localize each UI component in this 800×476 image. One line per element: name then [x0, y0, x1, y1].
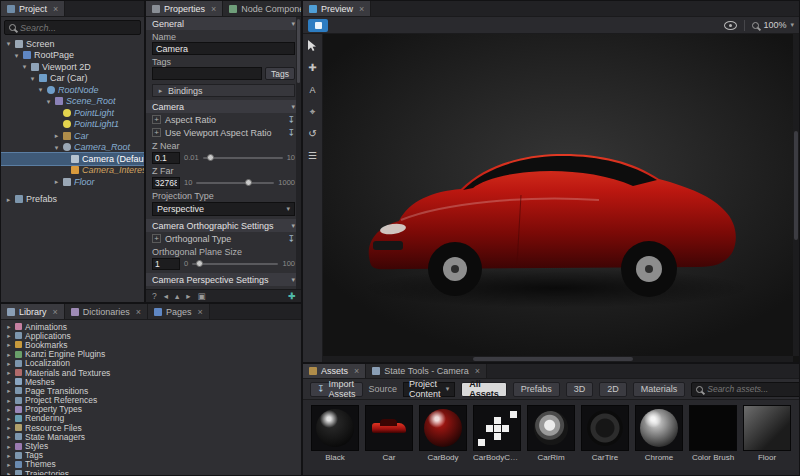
expander-icon[interactable]: [6, 360, 12, 367]
help-icon[interactable]: ?: [152, 291, 157, 301]
project-search-input[interactable]: [20, 23, 136, 33]
asset-item-cartire[interactable]: CarTire: [581, 405, 629, 473]
expander-icon[interactable]: [29, 75, 36, 82]
close-icon[interactable]: [211, 4, 216, 14]
tree-item-floor[interactable]: Floor: [1, 176, 144, 188]
expander-icon[interactable]: [6, 415, 12, 422]
prev-icon[interactable]: ◂: [164, 291, 168, 301]
expander-icon[interactable]: [13, 52, 20, 59]
properties-scrollbar[interactable]: [296, 17, 301, 289]
expander-icon[interactable]: [6, 397, 12, 404]
tree-item-pointlight1[interactable]: PointLight1: [1, 119, 144, 131]
tree-item-camera-default[interactable]: Camera (Default): [1, 153, 144, 165]
rotate-tool-icon[interactable]: ↺: [306, 127, 320, 140]
asset-item-carbodycubemap[interactable]: CarBodyCubema...: [473, 405, 521, 473]
expander-icon[interactable]: [6, 470, 12, 475]
tab-library[interactable]: Library: [1, 304, 65, 319]
tree-item-car-node[interactable]: Car: [1, 130, 144, 142]
select-tool-icon[interactable]: [306, 39, 320, 52]
close-icon[interactable]: [53, 4, 58, 14]
text-tool-icon[interactable]: A: [306, 83, 320, 96]
tab-dictionaries[interactable]: Dictionaries: [65, 304, 148, 319]
expander-icon[interactable]: [6, 323, 12, 330]
preview-horizontal-scrollbar[interactable]: [323, 356, 793, 362]
camera-section-header[interactable]: Camera: [146, 100, 301, 113]
tree-item-screen[interactable]: Screen: [1, 38, 144, 50]
source-select[interactable]: Project Content: [403, 382, 455, 397]
expander-icon[interactable]: [6, 424, 12, 431]
add-property-button[interactable]: ✚: [288, 291, 295, 301]
expander-icon[interactable]: [45, 98, 52, 105]
filter-prefabs[interactable]: Prefabs: [513, 382, 560, 397]
add-property-icon[interactable]: [152, 128, 161, 137]
scrollbar-thumb[interactable]: [473, 357, 633, 361]
close-icon[interactable]: [354, 366, 359, 376]
close-icon[interactable]: [359, 4, 364, 14]
asset-item-car[interactable]: Car: [365, 405, 413, 473]
asset-item-floor[interactable]: Floor: [743, 405, 791, 473]
import-assets-button[interactable]: Import Assets: [310, 382, 363, 397]
asset-item-carbody[interactable]: CarBody: [419, 405, 467, 473]
tree-item-pointlight[interactable]: PointLight: [1, 107, 144, 119]
close-icon[interactable]: [198, 307, 203, 317]
up-icon[interactable]: ▴: [175, 291, 179, 301]
picker-tool-icon[interactable]: ⌖: [306, 105, 320, 118]
expander-icon[interactable]: [6, 452, 12, 459]
expander-icon[interactable]: [6, 443, 12, 450]
scrollbar-thumb[interactable]: [297, 19, 300, 83]
slider-handle[interactable]: [207, 154, 214, 161]
expander-icon[interactable]: [53, 132, 60, 139]
filter-all-assets[interactable]: All Assets: [461, 382, 507, 397]
slider-handle[interactable]: [245, 179, 252, 186]
pin-icon[interactable]: ▣: [198, 291, 206, 301]
expander-icon[interactable]: [6, 378, 12, 385]
tree-item-scene-root[interactable]: Scene_Root: [1, 96, 144, 108]
tags-button[interactable]: Tags: [265, 67, 295, 80]
tree-item-viewport2d[interactable]: Viewport 2D: [1, 61, 144, 73]
assets-search-input[interactable]: [707, 384, 800, 394]
asset-item-chrome[interactable]: Chrome: [635, 405, 683, 473]
add-property-icon[interactable]: [152, 234, 161, 243]
tab-assets[interactable]: Assets: [303, 364, 366, 378]
z-far-slider[interactable]: [196, 182, 274, 184]
tree-item-car-prefab[interactable]: Car (Car): [1, 73, 144, 85]
library-item-trajectories[interactable]: Trajectories: [1, 469, 301, 475]
add-property-icon[interactable]: [152, 115, 161, 124]
slider-handle[interactable]: [196, 260, 203, 267]
visibility-icon[interactable]: [724, 21, 737, 30]
expander-icon[interactable]: [37, 86, 44, 93]
next-icon[interactable]: ▸: [186, 291, 190, 301]
tree-item-rootnode[interactable]: RootNode: [1, 84, 144, 96]
tab-preview[interactable]: Preview: [303, 1, 371, 16]
tree-item-rootpage[interactable]: RootPage: [1, 50, 144, 62]
preview-viewport[interactable]: [323, 34, 799, 362]
orthographic-section-header[interactable]: Camera Orthographic Settings: [146, 219, 301, 232]
expander-icon[interactable]: [6, 406, 12, 413]
zoom-control[interactable]: 100%: [752, 20, 794, 30]
pan-tool-icon[interactable]: ✚: [306, 61, 320, 74]
z-near-slider[interactable]: [203, 157, 283, 159]
expander-icon[interactable]: [53, 178, 60, 185]
expander-icon[interactable]: [6, 369, 12, 376]
tab-pages[interactable]: Pages: [148, 304, 210, 319]
z-far-field[interactable]: [152, 177, 180, 189]
expander-icon[interactable]: [6, 387, 12, 394]
expander-icon[interactable]: [6, 341, 12, 348]
expander-icon[interactable]: [6, 332, 12, 339]
filter-3d[interactable]: 3D: [566, 382, 594, 397]
tags-field[interactable]: [152, 67, 262, 80]
push-to-value-icon[interactable]: [287, 115, 295, 125]
expander-icon[interactable]: [5, 40, 12, 47]
tree-item-prefabs[interactable]: Prefabs: [1, 194, 144, 206]
tab-properties[interactable]: Properties: [146, 1, 223, 16]
z-near-field[interactable]: [152, 152, 180, 164]
name-field[interactable]: [152, 42, 295, 55]
tab-state-tools[interactable]: State Tools - Camera: [366, 364, 487, 378]
perspective-section-header[interactable]: Camera Perspective Settings: [146, 273, 301, 286]
orthogonal-plane-size-field[interactable]: [152, 258, 180, 270]
library-item-styles[interactable]: Styles: [1, 441, 301, 450]
expander-icon[interactable]: [21, 63, 28, 70]
orthogonal-plane-size-slider[interactable]: [192, 263, 278, 265]
expander-icon[interactable]: [5, 196, 12, 203]
close-icon[interactable]: [53, 307, 58, 317]
